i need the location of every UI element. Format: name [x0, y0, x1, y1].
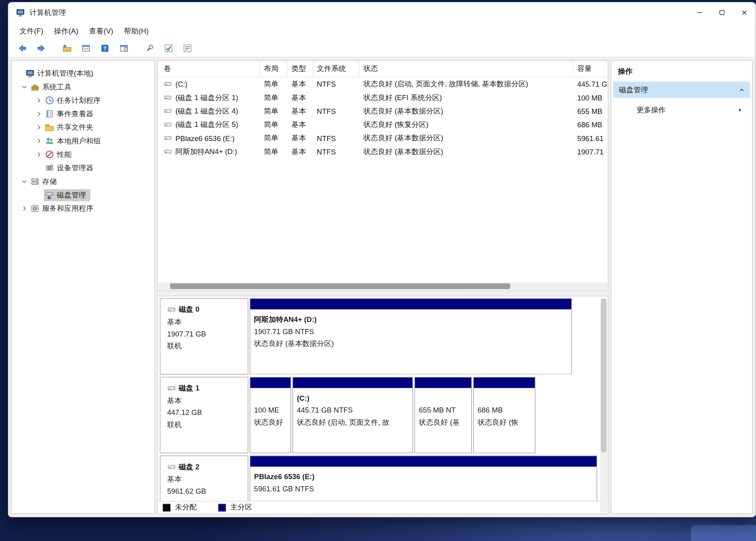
volume-capacity: 445.71 G — [573, 80, 608, 88]
actions-section-disk-management[interactable]: 磁盘管理 — [613, 82, 750, 98]
legend-swatch — [218, 504, 226, 511]
column-header-4[interactable]: 状态 — [359, 61, 573, 76]
volume-row[interactable]: 阿斯加特AN4+ (D:)简单基本NTFS状态良好 (基本数据分区)1907.7… — [158, 145, 608, 158]
disk-info-1[interactable]: 磁盘 1基本447.12 GB联机 — [160, 377, 248, 454]
tree-item-shared-folders[interactable]: 共享文件夹 — [12, 121, 155, 134]
tree-item-local-users-groups[interactable]: 本地用户和组 — [12, 134, 155, 147]
menu-view[interactable]: 查看(V) — [83, 24, 119, 37]
volume-row[interactable]: (磁盘 1 磁盘分区 1)简单基本状态良好 (EFI 系统分区)100 MB — [158, 91, 608, 104]
disk-row-2: 磁盘 2基本5961.62 GBPBlaze6 6536 (E:)5961.61… — [160, 455, 606, 501]
disk-status — [167, 497, 248, 501]
partition[interactable]: 686 MB状态良好 (恢 — [473, 377, 536, 454]
volume-icon — [164, 94, 172, 101]
services-icon — [31, 204, 39, 213]
partition-size: 686 MB — [474, 404, 535, 416]
partition[interactable]: 100 ME状态良好 — [250, 377, 291, 454]
volume-type: 基本 — [287, 147, 313, 156]
chevron-right-icon[interactable] — [34, 136, 44, 145]
disk-name-label: 磁盘 2 — [179, 462, 199, 471]
shared-folders-icon — [45, 123, 54, 132]
check-disk-button[interactable] — [162, 42, 175, 54]
volume-name: (磁盘 1 磁盘分区 5) — [175, 120, 238, 129]
volume-row[interactable]: (磁盘 1 磁盘分区 4)简单基本NTFS状态良好 (基本数据分区)655 MB — [158, 104, 608, 118]
menu-file[interactable]: 文件(F) — [14, 24, 49, 37]
chevron-right-icon[interactable] — [34, 150, 44, 159]
partition-size: 5961.61 GB NTFS — [250, 483, 597, 495]
chevron-down-icon[interactable] — [19, 82, 29, 91]
menu-help[interactable]: 帮助(H) — [119, 24, 154, 37]
tree-item-label: 共享文件夹 — [57, 123, 93, 132]
disk-graphical-pane: 磁盘 0基本1907.71 GB联机阿斯加特AN4+ (D:)1907.71 G… — [158, 296, 608, 514]
more-actions-item[interactable]: 更多操作 — [613, 102, 750, 118]
forward-button[interactable] — [35, 42, 48, 54]
chevron-down-icon[interactable] — [19, 177, 29, 186]
chevron-right-icon[interactable] — [19, 204, 29, 213]
column-header-2[interactable]: 类型 — [287, 61, 313, 76]
column-header-1[interactable]: 布局 — [260, 61, 287, 76]
partition-color-bar — [250, 299, 571, 309]
tree-item-system-tools[interactable]: 系统工具 — [12, 80, 155, 93]
minimize-button[interactable] — [688, 2, 711, 22]
volume-table-header: 卷布局类型文件系统状态容量 — [158, 61, 608, 77]
help-icon: ? — [100, 44, 109, 52]
partition-size: 100 ME — [250, 404, 290, 416]
disk-size: 1907.71 GB — [167, 328, 248, 340]
partition[interactable]: 阿斯加特AN4+ (D:)1907.71 GB NTFS状态良好 (基本数据分区… — [250, 298, 572, 375]
volume-status: 状态良好 (EFI 系统分区) — [359, 93, 573, 102]
chevron-right-icon[interactable] — [34, 123, 44, 132]
tree-item-label: 计算机管理(本地) — [37, 69, 93, 78]
menu-action[interactable]: 操作(A) — [49, 24, 84, 37]
maximize-button[interactable] — [711, 2, 733, 22]
device-manager-icon — [45, 164, 54, 172]
vertical-scrollbar-thumb[interactable] — [601, 298, 606, 453]
disk-info-0[interactable]: 磁盘 0基本1907.71 GB联机 — [160, 298, 248, 375]
help-button[interactable]: ? — [98, 42, 111, 54]
back-button[interactable] — [16, 42, 29, 54]
disk-row-1: 磁盘 1基本447.12 GB联机100 ME状态良好(C:)445.71 GB… — [160, 377, 606, 454]
tree-item-storage[interactable]: 存储 — [12, 175, 155, 188]
volume-row[interactable]: PBlaze6 6536 (E:)简单基本NTFS状态良好 (基本数据分区)59… — [158, 131, 608, 145]
column-header-5[interactable]: 容量 — [573, 61, 608, 76]
horizontal-scrollbar-thumb[interactable] — [170, 283, 510, 289]
properties-button[interactable] — [181, 42, 194, 54]
partition[interactable]: PBlaze6 6536 (E:)5961.61 GB NTFS — [250, 455, 597, 501]
tree-item-disk-management[interactable]: 磁盘管理 — [12, 188, 155, 202]
tree-item-computer-management-local[interactable]: 计算机管理(本地) — [12, 67, 155, 80]
computer-management-window: 计算机管理 文件(F)操作(A)查看(V)帮助(H) ? 计算机管理(本地)系统… — [8, 2, 756, 517]
window-title: 计算机管理 — [30, 8, 66, 17]
show-action-pane-button[interactable] — [118, 42, 130, 54]
tree-item-event-viewer[interactable]: 事件查看器 — [12, 107, 155, 121]
tree-item-performance[interactable]: 性能 — [12, 148, 155, 161]
horizontal-scrollbar[interactable] — [158, 283, 607, 290]
disk-info-2[interactable]: 磁盘 2基本5961.62 GB — [160, 455, 248, 501]
chevron-right-icon[interactable] — [34, 109, 44, 119]
close-icon — [741, 9, 749, 17]
tree-item-task-scheduler[interactable]: 任务计划程序 — [12, 94, 155, 107]
partition-label: PBlaze6 6536 (E:) — [250, 470, 597, 483]
rescan-disks-button[interactable] — [143, 42, 156, 54]
chevron-up-icon[interactable] — [738, 86, 745, 93]
volume-filesystem: NTFS — [313, 107, 359, 115]
show-console-tree-button[interactable] — [61, 42, 73, 54]
volume-status: 状态良好 (基本数据分区) — [359, 147, 573, 156]
column-header-0[interactable]: 卷 — [158, 61, 260, 76]
volume-row[interactable]: (C:)简单基本NTFS状态良好 (启动, 页面文件, 故障转储, 基本数据分区… — [158, 77, 608, 91]
disk-status: 联机 — [167, 418, 248, 431]
vertical-scrollbar[interactable] — [600, 298, 608, 513]
tree-item-services-applications[interactable]: 服务和应用程序 — [12, 202, 155, 215]
toolbar: ? — [8, 39, 756, 58]
partition-color-bar — [250, 456, 597, 467]
volume-row[interactable]: (磁盘 1 磁盘分区 5)简单基本状态良好 (恢复分区)686 MB — [158, 118, 608, 131]
close-button[interactable] — [733, 2, 756, 22]
export-list-button[interactable] — [80, 42, 92, 54]
partition[interactable]: (C:)445.71 GB NTFS状态良好 (启动, 页面文件, 故 — [293, 377, 413, 454]
partition-color-bar — [293, 377, 413, 388]
storage-icon — [31, 177, 39, 186]
partition-label — [250, 392, 290, 404]
column-header-3[interactable]: 文件系统 — [313, 61, 359, 76]
tree-item-device-manager[interactable]: 设备管理器 — [12, 161, 155, 175]
disk-type: 基本 — [167, 394, 248, 407]
partition-size: 655 MB NT — [415, 404, 471, 416]
partition[interactable]: 655 MB NT状态良好 (基 — [415, 377, 472, 454]
chevron-right-icon[interactable] — [34, 96, 44, 105]
